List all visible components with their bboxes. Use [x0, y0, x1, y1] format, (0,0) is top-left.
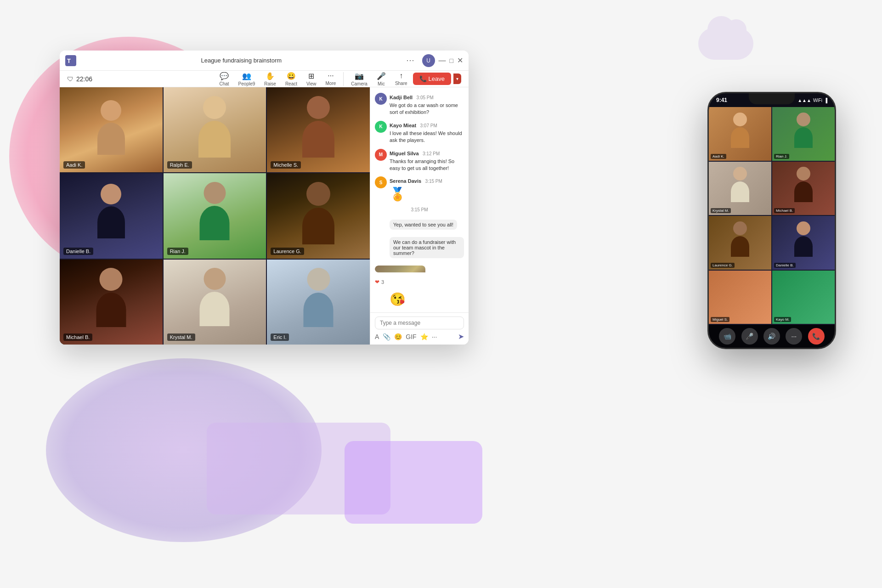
window-controls: ··· U — □ ✕ [407, 54, 463, 67]
phone-bottom-bar: 📹 🎤 🔊 ··· 📞 [709, 325, 835, 348]
user-avatar[interactable]: U [422, 54, 435, 67]
name-ralph: Ralph E. [167, 161, 192, 169]
chat-message: K Kayo Mieat 3:07 PM I love all these id… [375, 121, 464, 144]
phone-name-laurence: Laurence G. [711, 263, 735, 268]
maximize-button[interactable]: □ [450, 57, 453, 64]
name-laurence: Laurence G. [271, 248, 304, 255]
format-icon[interactable]: A [375, 333, 379, 340]
phone-cell-danielle: Danielle B. [772, 216, 835, 270]
phone-cell-kayo: Kayo M. [772, 271, 835, 324]
dog-image-message [375, 266, 464, 272]
video-cell-laurence: Laurence G. [267, 173, 370, 258]
phone-end-call-button[interactable]: 📞 [808, 328, 825, 345]
phone-cell-miguel: Miguel S. [709, 271, 771, 324]
self-message-1: Yep, wanted to see you all! [375, 220, 464, 230]
phone-cell-rian: Rian J. [772, 107, 835, 161]
close-button[interactable]: ✕ [457, 56, 463, 65]
medal-emoji: 🏅 [390, 187, 464, 202]
gif-icon[interactable]: GIF [406, 333, 416, 340]
phone-time: 9:41 [716, 97, 727, 103]
leave-button[interactable]: 📞 Leave [413, 73, 451, 85]
window-title: League fundraising brainstorm [76, 57, 407, 64]
more-icon: ··· [328, 72, 334, 80]
video-cell-michael: Michael B. [60, 260, 163, 345]
phone-speaker-button[interactable]: 🔊 [763, 328, 780, 345]
phone-more-button[interactable]: ··· [786, 328, 802, 345]
raise-button[interactable]: ✋ Raise [260, 70, 280, 88]
send-button[interactable]: ➤ [458, 332, 464, 341]
name-michael: Michael B. [63, 334, 92, 341]
view-icon: ⊞ [308, 72, 314, 80]
avatar-kayo: K [375, 121, 387, 133]
camera-button[interactable]: 📷 Camera [347, 70, 371, 88]
teams-logo-icon: T [65, 55, 76, 66]
signal-icon: ▲▲▲ [797, 98, 811, 103]
sender-name: Miguel Silva [390, 151, 419, 156]
share-button[interactable]: ↑ Share [391, 70, 411, 88]
svg-text:T: T [67, 57, 71, 64]
name-danielle: Danielle B. [63, 248, 93, 255]
chat-icon: 💬 [220, 72, 229, 80]
main-content: Aadi K. Ralph E. Michelle S. [60, 87, 469, 345]
more-options-icon[interactable]: ··· [407, 56, 415, 65]
phone-screen: 9:41 ▲▲▲ WiFi ▐ Aadi K. Rian J. Krystal … [709, 93, 835, 348]
phone-camera-button[interactable]: 📹 [719, 328, 735, 345]
reaction-bar: ❤ 3 [375, 279, 464, 285]
dog-photo [375, 266, 425, 272]
name-aadi: Aadi K. [63, 161, 85, 169]
chat-message: K Kadji Bell 3:05 PM We got do a car was… [375, 93, 464, 116]
heart-icon: ❤ [375, 279, 379, 285]
call-controls: 💬 Chat 👥 People9 ✋ Raise 😀 React ⊞ View … [215, 70, 461, 88]
message-text: I love all these ideas! We should ask th… [390, 130, 464, 144]
phone-name-krystal: Krystal M. [711, 208, 731, 213]
more-button[interactable]: ··· More [322, 70, 340, 88]
chat-messages: K Kadji Bell 3:05 PM We got do a car was… [370, 87, 469, 312]
message-time: 3:12 PM [423, 151, 440, 156]
camera-icon: 📷 [355, 72, 364, 80]
chat-button[interactable]: 💬 Chat [215, 70, 232, 88]
self-message-2: We can do a fundraiser with our team mas… [375, 237, 464, 258]
message-time: 3:05 PM [417, 95, 434, 100]
minimize-button[interactable]: — [439, 57, 446, 65]
avatar-kadji: K [375, 93, 387, 105]
battery-icon: ▐ [824, 98, 827, 103]
chat-message: S Serena Davis 3:15 PM 🏅 [375, 176, 464, 202]
video-cell-rian: Rian J. [164, 173, 266, 258]
people-button[interactable]: 👥 People9 [235, 70, 259, 88]
leave-icon: 📞 [419, 75, 427, 82]
attachment-icon[interactable]: 📎 [383, 333, 390, 340]
sender-name: Serena Davis [390, 178, 421, 184]
view-button[interactable]: ⊞ View [303, 70, 320, 88]
mic-button[interactable]: 🎤 Mic [373, 70, 390, 88]
name-rian: Rian J. [167, 248, 188, 255]
react-button[interactable]: 😀 React [282, 70, 301, 88]
name-eric: Eric I. [271, 334, 289, 341]
more-tools-icon[interactable]: ··· [432, 333, 437, 340]
avatar-miguel: M [375, 149, 387, 161]
video-grid: Aadi K. Ralph E. Michelle S. [60, 87, 370, 345]
reaction-count: 3 [381, 279, 384, 285]
phone-status-icons: ▲▲▲ WiFi ▐ [797, 98, 827, 103]
chat-message: M Miguel Silva 3:12 PM Thanks for arrang… [375, 149, 464, 172]
raise-icon: ✋ [266, 72, 275, 80]
chat-input-area: A 📎 😊 GIF ⭐ ··· ➤ [370, 312, 469, 345]
emoji-icon[interactable]: 😊 [394, 333, 402, 340]
message-time: 3:15 PM [425, 179, 442, 184]
chat-panel: K Kadji Bell 3:05 PM We got do a car was… [370, 87, 469, 345]
chat-toolbar: A 📎 😊 GIF ⭐ ··· ➤ [375, 332, 464, 341]
wifi-icon: WiFi [813, 98, 822, 103]
sticker-icon[interactable]: ⭐ [420, 333, 428, 340]
message-input[interactable] [375, 317, 464, 329]
phone-name-miguel: Miguel S. [711, 317, 729, 322]
video-cell-michelle: Michelle S. [267, 87, 370, 172]
mic-icon: 🎤 [377, 72, 386, 80]
teams-window: T League fundraising brainstorm ··· U — … [60, 51, 469, 345]
phone-mockup: 9:41 ▲▲▲ WiFi ▐ Aadi K. Rian J. Krystal … [707, 92, 836, 349]
cloud-decoration [698, 28, 753, 60]
video-cell-danielle: Danielle B. [60, 173, 163, 258]
leave-dropdown-button[interactable]: ▾ [453, 74, 461, 84]
call-timer-bar: 🛡 22:06 💬 Chat 👥 People9 ✋ Raise 😀 React… [60, 71, 469, 87]
phone-name-rian: Rian J. [774, 154, 789, 159]
message-text: We got do a car wash or some sort of exh… [390, 102, 464, 116]
phone-mic-button[interactable]: 🎤 [741, 328, 758, 345]
